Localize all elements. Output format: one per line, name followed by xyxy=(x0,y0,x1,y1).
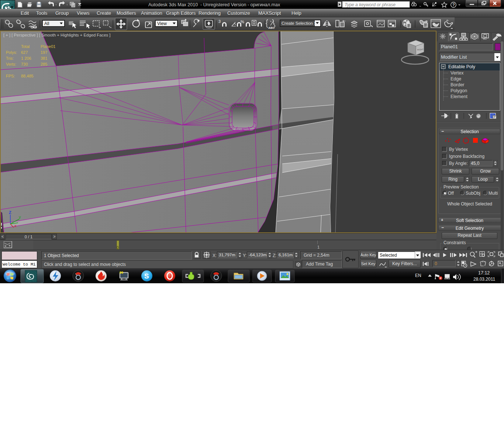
svg-text:[ + ] [ Perspective ] [ Smooth: [ + ] [ Perspective ] [ Smooth + Highlig… xyxy=(3,33,110,37)
svg-text:3: 3 xyxy=(218,19,221,24)
svg-text:S: S xyxy=(144,272,149,280)
svg-text:Editable Poly: Editable Poly xyxy=(448,64,476,69)
svg-text:88,485: 88,485 xyxy=(21,74,34,78)
svg-text:285: 285 xyxy=(41,62,47,66)
svg-text:99: 99 xyxy=(120,271,123,274)
svg-text:Tris:: Tris: xyxy=(6,56,14,60)
svg-text:ABC: ABC xyxy=(268,26,275,30)
svg-text:Plane01: Plane01 xyxy=(41,44,55,49)
svg-text:Create Selection Se: Create Selection Se xyxy=(282,21,319,25)
svg-text:%: % xyxy=(241,20,244,24)
svg-text:627: 627 xyxy=(21,50,28,55)
svg-text:Element: Element xyxy=(451,94,467,99)
svg-text:Border: Border xyxy=(451,82,465,87)
svg-text:Edge: Edge xyxy=(451,76,461,82)
svg-text:381: 381 xyxy=(41,56,47,60)
svg-text:Vertex: Vertex xyxy=(451,70,464,76)
svg-text:Polygon: Polygon xyxy=(451,88,467,93)
svg-text:RIGHT: RIGHT xyxy=(417,48,424,51)
svg-text:Total: Total xyxy=(21,44,30,49)
svg-text:View: View xyxy=(157,21,167,26)
svg-text:Verts:: Verts: xyxy=(6,62,16,66)
svg-text:All: All xyxy=(44,21,49,26)
svg-text:730: 730 xyxy=(21,62,28,66)
svg-text:?: ? xyxy=(452,3,455,7)
svg-text:Polys:: Polys: xyxy=(6,50,17,55)
svg-text:x: x xyxy=(14,224,17,228)
svg-text:FPS:: FPS: xyxy=(6,74,15,78)
svg-text:197: 197 xyxy=(41,50,47,55)
svg-text:1 206: 1 206 xyxy=(21,56,31,60)
svg-text:Z: Z xyxy=(9,210,11,215)
svg-text:y: y xyxy=(19,215,21,219)
